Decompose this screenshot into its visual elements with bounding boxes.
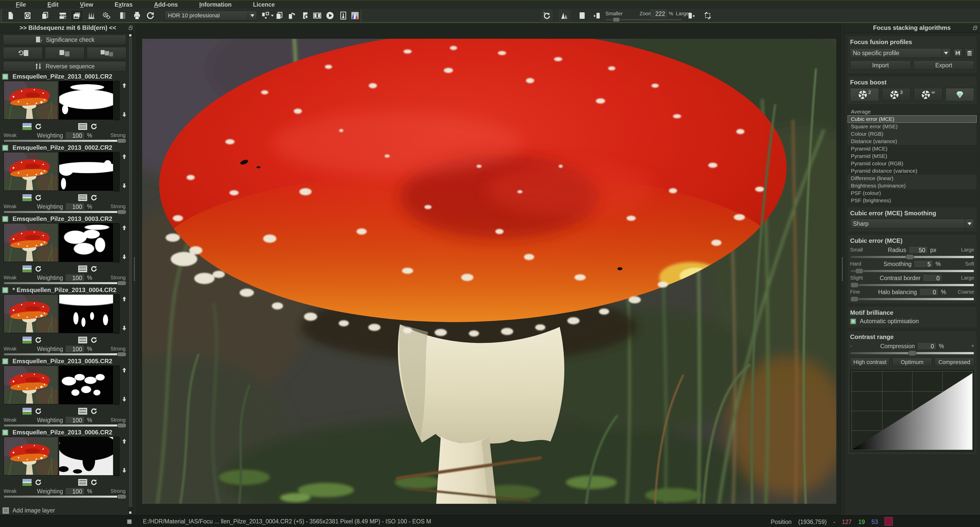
mask-view-icon[interactable] bbox=[78, 123, 87, 130]
weighting-value-input[interactable]: 100 bbox=[65, 132, 84, 139]
radius-slider[interactable] bbox=[850, 256, 974, 259]
bw-preview-button[interactable] bbox=[117, 10, 129, 21]
slider-thumb[interactable] bbox=[855, 268, 863, 274]
weighting-value-input[interactable]: 100 bbox=[65, 274, 84, 281]
mask-reload-icon[interactable] bbox=[89, 265, 99, 273]
boost-infinite-button[interactable]: ∞ bbox=[914, 88, 942, 101]
before-after-button[interactable] bbox=[558, 10, 570, 21]
temperature-button[interactable] bbox=[337, 10, 349, 21]
radius-value-input[interactable]: 50 bbox=[909, 246, 928, 254]
post-processing-button[interactable] bbox=[86, 10, 97, 21]
slider-thumb[interactable] bbox=[850, 283, 859, 288]
photo-reload-icon[interactable] bbox=[34, 407, 43, 415]
smoothing-dropdown[interactable]: Sharp bbox=[850, 219, 974, 229]
display-mode-double-button[interactable] bbox=[45, 47, 84, 59]
photo-view-icon[interactable] bbox=[22, 194, 32, 202]
compression-slider[interactable] bbox=[850, 352, 974, 354]
scrollbar-thumb[interactable] bbox=[129, 38, 132, 507]
weighting-slider[interactable] bbox=[3, 282, 126, 284]
right-panel-splitter[interactable] bbox=[841, 23, 844, 515]
print-button[interactable] bbox=[131, 10, 143, 21]
algorithm-option[interactable]: Brightness (luminance) bbox=[848, 182, 977, 189]
contrast-border-slider[interactable] bbox=[850, 284, 974, 286]
import-button[interactable]: Import bbox=[850, 60, 911, 70]
item-mask-thumbnail[interactable] bbox=[59, 223, 113, 262]
item-mask-thumbnail[interactable] bbox=[59, 294, 113, 333]
sequence-item-4[interactable]: * Emsquellen_Pilze_2013_0004.CR2 Weak We… bbox=[0, 286, 129, 356]
automatic-optimisation-checkbox[interactable]: Automatic optimisation bbox=[850, 318, 974, 325]
algorithm-option[interactable]: Colour (RGB) bbox=[848, 130, 977, 138]
algorithm-option[interactable]: PSF (brightness) bbox=[848, 197, 977, 204]
zoom-slider[interactable] bbox=[605, 18, 682, 21]
mask-view-icon[interactable] bbox=[78, 479, 87, 486]
boost-cubed-button[interactable]: 3 bbox=[882, 88, 911, 101]
statusbar-grip[interactable] bbox=[127, 519, 132, 524]
checkbox-icon[interactable] bbox=[850, 318, 856, 324]
add-image-layer-checkbox[interactable]: Add image layer bbox=[3, 507, 55, 514]
checkbox-icon[interactable] bbox=[3, 507, 9, 514]
algorithm-option[interactable]: Difference (linear) bbox=[848, 175, 977, 182]
detach-panel-icon[interactable] bbox=[972, 25, 978, 31]
transform-button[interactable] bbox=[702, 10, 714, 21]
significance-check-button[interactable]: Significance check bbox=[3, 35, 126, 45]
delete-profile-button[interactable] bbox=[965, 48, 974, 58]
sequence-item-6[interactable]: Emsquellen_Pilze_2013_0006.CR2 Weak Weig… bbox=[0, 429, 129, 498]
compression-value-input[interactable]: 0 bbox=[918, 343, 936, 350]
sequence-item-1[interactable]: Emsquellen_Pilze_2013_0001.CR2 Weak Weig… bbox=[0, 73, 129, 142]
high-contrast-button[interactable]: High contrast bbox=[850, 358, 890, 367]
zoom-slider-thumb[interactable] bbox=[613, 17, 620, 22]
item-photo-thumbnail[interactable] bbox=[3, 81, 58, 120]
photo-reload-icon[interactable] bbox=[34, 336, 43, 344]
settings-button[interactable] bbox=[100, 10, 112, 21]
item-mask-thumbnail[interactable] bbox=[59, 365, 113, 404]
algorithm-option[interactable]: Pyramid (MCE) bbox=[848, 145, 977, 152]
item-enabled-checkbox[interactable] bbox=[2, 144, 8, 151]
scroll-up-arrow[interactable] bbox=[129, 34, 131, 37]
main-photo[interactable] bbox=[142, 39, 836, 504]
menu-information[interactable]: Information bbox=[189, 1, 242, 8]
display-mode-single-button[interactable] bbox=[3, 47, 43, 59]
halo-balancing-value-input[interactable]: 0 bbox=[920, 289, 939, 296]
weighting-slider[interactable] bbox=[3, 140, 126, 142]
weighting-value-input[interactable]: 100 bbox=[65, 417, 84, 424]
weighting-slider-thumb[interactable] bbox=[117, 423, 126, 428]
chevron-down-icon[interactable] bbox=[965, 219, 974, 228]
photo-view-icon[interactable] bbox=[22, 265, 32, 273]
photo-reload-icon[interactable] bbox=[34, 479, 43, 486]
weighting-slider[interactable] bbox=[3, 424, 126, 427]
item-photo-thumbnail[interactable] bbox=[3, 294, 58, 333]
boost-diamond-button[interactable] bbox=[945, 88, 974, 101]
algorithm-option-selected[interactable]: Cubic error (MCE) bbox=[848, 115, 977, 123]
sequence-item-5[interactable]: Emsquellen_Pilze_2013_0005.CR2 Weak Weig… bbox=[0, 357, 129, 427]
weighting-slider-thumb[interactable] bbox=[117, 210, 126, 214]
item-enabled-checkbox[interactable] bbox=[2, 429, 8, 436]
photo-reload-icon[interactable] bbox=[34, 265, 43, 273]
chevron-down-icon[interactable] bbox=[248, 11, 257, 20]
rotate-image-button[interactable] bbox=[286, 10, 298, 21]
batch-processing-button[interactable] bbox=[260, 10, 275, 21]
weighting-slider[interactable] bbox=[3, 495, 126, 498]
mask-reload-icon[interactable] bbox=[89, 479, 99, 486]
mask-reload-icon[interactable] bbox=[89, 407, 99, 415]
item-enabled-checkbox[interactable] bbox=[2, 73, 8, 80]
move-item-up-button[interactable] bbox=[121, 295, 128, 303]
menu-file[interactable]: File bbox=[5, 1, 37, 8]
move-item-down-button[interactable] bbox=[121, 253, 128, 262]
algorithm-option[interactable]: Square error (MSE) bbox=[848, 123, 977, 130]
mask-view-icon[interactable] bbox=[78, 407, 87, 415]
item-enabled-checkbox[interactable] bbox=[2, 358, 8, 365]
sequence-item-3[interactable]: Emsquellen_Pilze_2013_0003.CR2 Weak Weig… bbox=[0, 215, 129, 284]
mask-reload-icon[interactable] bbox=[89, 194, 99, 202]
export-button[interactable]: Export bbox=[913, 60, 974, 70]
optimum-button[interactable]: Optimum bbox=[892, 358, 932, 367]
compare-original-button[interactable] bbox=[541, 10, 553, 21]
item-mask-thumbnail[interactable] bbox=[59, 152, 113, 191]
mask-view-icon[interactable] bbox=[78, 336, 87, 344]
move-item-up-button[interactable] bbox=[121, 224, 128, 232]
toolbar-drag-handle[interactable] bbox=[1, 10, 2, 21]
photo-view-icon[interactable] bbox=[22, 479, 32, 486]
menu-edit[interactable]: Edit bbox=[37, 1, 69, 8]
zoom-value-input[interactable]: 222 bbox=[651, 10, 667, 17]
new-image-button[interactable] bbox=[5, 10, 17, 21]
menu-view[interactable]: View bbox=[69, 1, 104, 8]
